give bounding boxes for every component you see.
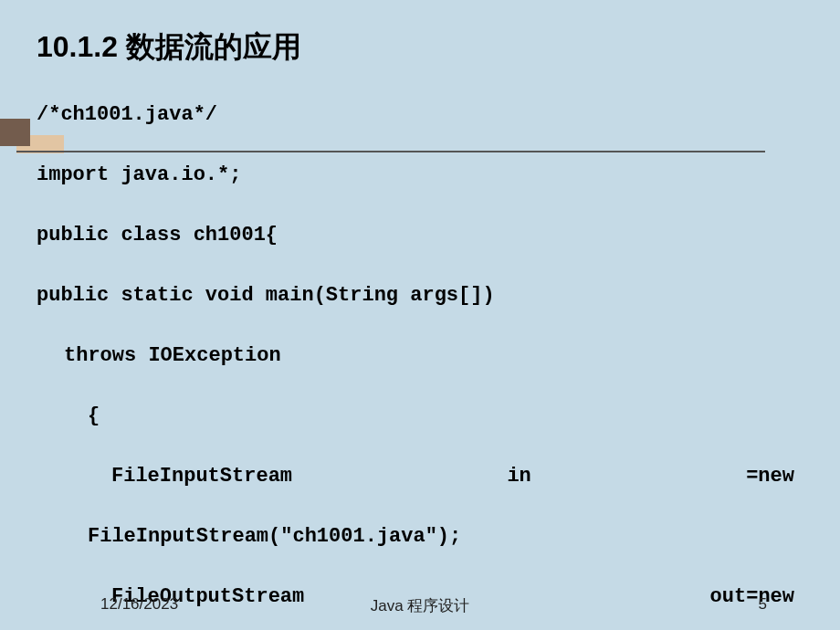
heading-underline	[16, 151, 765, 152]
slide-content: 10.1.2 数据流的应用 /*ch1001.java*/ import jav…	[0, 0, 840, 630]
footer-title: Java 程序设计	[371, 595, 470, 616]
footer-date: 12/16/2023	[100, 595, 178, 614]
section-title: 数据流的应用	[126, 30, 301, 63]
footer-page-number: 5	[759, 595, 767, 614]
code-line: /*ch1001.java*/	[37, 100, 803, 130]
section-number: 10.1.2	[37, 30, 118, 63]
code-line: public class ch1001{	[37, 220, 803, 250]
slide-footer: 12/16/2023 Java 程序设计 5	[0, 595, 840, 614]
section-heading: 10.1.2 数据流的应用	[37, 27, 803, 68]
accent-decoration-dark	[0, 119, 30, 146]
code-line: {	[37, 401, 803, 431]
code-line: throws IOException	[37, 341, 803, 371]
code-line: FileInputStream("ch1001.java");	[37, 521, 803, 551]
code-listing: /*ch1001.java*/ import java.io.*; public…	[37, 69, 803, 630]
code-line: import java.io.*;	[37, 160, 803, 190]
code-line: public static void main(String args[])	[37, 280, 803, 310]
code-line: FileInputStreamin=new	[37, 461, 794, 491]
